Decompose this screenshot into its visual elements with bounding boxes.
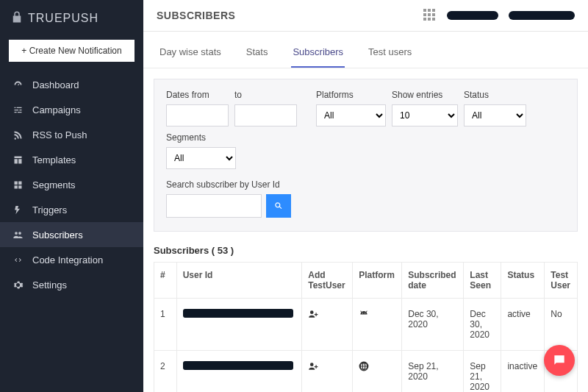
tab-daywise[interactable]: Day wise stats [158, 42, 223, 68]
trigger-icon [12, 204, 24, 215]
brand: TRUEPUSH [0, 7, 143, 35]
table-wrap: Subscribers ( 53 ) # User Id Add TestUse… [143, 232, 588, 392]
sidebar-item-label: Segments [32, 179, 76, 190]
cell-status: active [501, 299, 545, 351]
code-icon [12, 254, 24, 266]
col-subdate: Subscribed date [402, 263, 464, 299]
gauge-icon [12, 79, 24, 90]
sidebar-item-label: Templates [32, 154, 76, 165]
sidebar-item-label: Settings [32, 279, 67, 291]
apps-grid-icon[interactable] [423, 9, 437, 22]
sidebar-item-label: RSS to Push [32, 129, 87, 140]
search-button[interactable] [266, 194, 291, 218]
status-label: Status [464, 90, 526, 100]
cell-num: 1 [154, 299, 177, 351]
cell-num: 2 [154, 351, 177, 393]
dates-to-label: to [234, 90, 297, 100]
android-icon [359, 309, 369, 319]
table-row: 2 Sep 21, 2020 Sep 21, 2020 inactive [154, 351, 578, 393]
col-platform: Platform [353, 263, 402, 299]
cell-addtest[interactable] [302, 351, 353, 393]
cell-userid [176, 299, 302, 351]
dates-to-input[interactable] [234, 104, 297, 126]
brand-icon [10, 10, 24, 26]
filter-panel: Dates from to Platforms All Show entries… [154, 79, 578, 232]
template-icon [12, 154, 24, 165]
chat-fab[interactable] [544, 345, 575, 376]
tabs: Day wise stats Stats Subscribers Test us… [143, 32, 588, 68]
search-icon [273, 201, 284, 211]
col-status: Status [501, 263, 545, 299]
platforms-label: Platforms [316, 90, 386, 100]
show-entries-select[interactable]: 10 [392, 104, 458, 126]
sidebar-item-label: Campaigns [32, 104, 81, 115]
topbar: SUBSCRIBERS [143, 0, 588, 32]
sidebar-item-label: Subscribers [32, 229, 83, 240]
cell-status: inactive [501, 351, 545, 393]
sidebar-item-label: Dashboard [32, 79, 79, 90]
cell-addtest[interactable] [302, 299, 353, 351]
segments-icon [12, 179, 24, 190]
page-title: SUBSCRIBERS [157, 10, 235, 21]
dates-from-label: Dates from [166, 90, 229, 100]
search-input[interactable] [166, 194, 262, 218]
cell-platform [353, 299, 402, 351]
sliders-icon [12, 104, 24, 115]
cell-lastseen: Dec 30, 2020 [464, 299, 501, 351]
dates-from-input[interactable] [166, 104, 229, 126]
chat-icon [552, 353, 567, 368]
user-plus-icon [308, 361, 318, 371]
cell-subdate: Sep 21, 2020 [402, 351, 464, 393]
subscribers-table: # User Id Add TestUser Platform Subscrib… [154, 262, 578, 392]
subscribers-icon [12, 229, 24, 240]
col-testuser: Test User [545, 263, 578, 299]
col-lastseen: Last Seen [464, 263, 501, 299]
sidebar-item-dashboard[interactable]: Dashboard [0, 72, 143, 97]
search-label: Search subscriber by User Id [166, 179, 565, 190]
main: SUBSCRIBERS Day wise stats Stats Subscri… [143, 0, 588, 392]
user-plus-icon [308, 309, 318, 319]
tab-subscribers[interactable]: Subscribers [291, 42, 345, 68]
platforms-select[interactable]: All [316, 104, 386, 126]
sidebar-item-segments[interactable]: Segments [0, 172, 143, 197]
segments-select[interactable]: All [166, 147, 236, 169]
create-notification-button[interactable]: + Create New Notification [9, 40, 135, 62]
cell-userid [176, 351, 302, 393]
col-num: # [154, 263, 177, 299]
cell-testuser: No [545, 299, 578, 351]
account-redacted [509, 11, 575, 20]
sidebar-item-rss[interactable]: RSS to Push [0, 122, 143, 147]
globe-icon [359, 361, 369, 371]
sidebar-item-code-integration[interactable]: Code Integration [0, 247, 143, 272]
account-redacted [447, 11, 498, 20]
topbar-right [423, 9, 575, 22]
cell-lastseen: Sep 21, 2020 [464, 351, 501, 393]
tab-testusers[interactable]: Test users [367, 42, 413, 68]
sidebar-item-templates[interactable]: Templates [0, 147, 143, 172]
col-userid: User Id [176, 263, 302, 299]
status-select[interactable]: All [464, 104, 526, 126]
sidebar-item-label: Triggers [32, 204, 67, 215]
brand-name: TRUEPUSH [28, 12, 98, 25]
sidebar-item-label: Code Integration [32, 254, 103, 266]
sidebar-item-campaigns[interactable]: Campaigns [0, 97, 143, 122]
rss-icon [12, 129, 24, 140]
sidebar: TRUEPUSH + Create New Notification Dashb… [0, 0, 143, 392]
cell-platform [353, 351, 402, 393]
col-addtest: Add TestUser [302, 263, 353, 299]
table-row: 1 Dec 30, 2020 Dec 30, 2020 active No [154, 299, 578, 351]
table-title: Subscribers ( 53 ) [154, 245, 578, 256]
show-entries-label: Show entries [392, 90, 458, 100]
sidebar-item-triggers[interactable]: Triggers [0, 197, 143, 222]
tab-stats[interactable]: Stats [245, 42, 270, 68]
gear-icon [12, 279, 24, 291]
sidebar-item-subscribers[interactable]: Subscribers [0, 222, 143, 247]
cell-subdate: Dec 30, 2020 [402, 299, 464, 351]
sidebar-item-settings[interactable]: Settings [0, 272, 143, 297]
segments-label: Segments [166, 132, 236, 143]
